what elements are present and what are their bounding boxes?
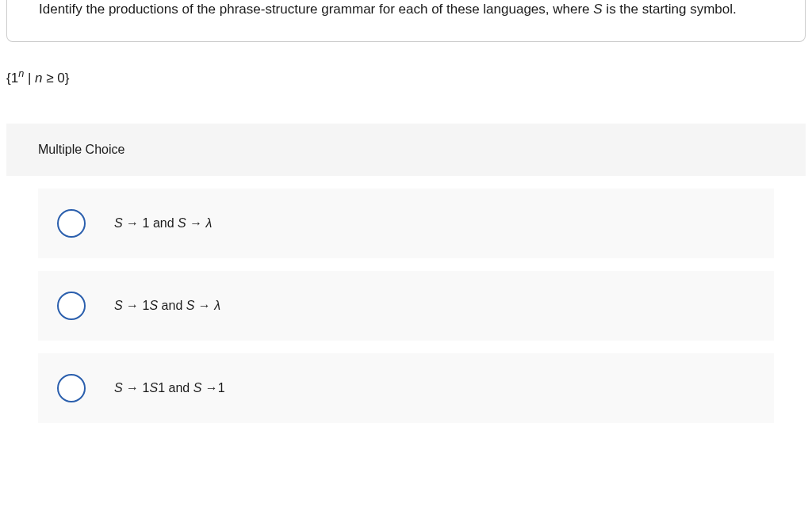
choice-text: S → 1S and S → λ xyxy=(114,299,220,313)
txt: → xyxy=(194,299,214,312)
choice-option-3[interactable]: S → 1S1 and S →1 xyxy=(38,353,774,423)
sym-s: S xyxy=(186,299,195,312)
txt: → 1 xyxy=(123,381,150,395)
radio-icon[interactable] xyxy=(57,374,86,402)
set-open: {1 xyxy=(6,70,18,85)
set-mid: | xyxy=(24,70,35,85)
sym-lambda: λ xyxy=(214,299,220,312)
answers-section: Multiple Choice S → 1 and S → λ S → 1S a… xyxy=(6,124,806,423)
question-suffix: is the starting symbol. xyxy=(603,2,737,17)
sym-s: S xyxy=(149,381,158,395)
choice-text: S → 1S1 and S →1 xyxy=(114,381,225,395)
sym-s: S xyxy=(193,381,202,395)
txt: and xyxy=(158,299,186,312)
set-cond: ≥ 0} xyxy=(43,70,70,85)
choice-text: S → 1 and S → λ xyxy=(114,216,212,231)
txt: →1 xyxy=(201,381,224,395)
question-text: Identify the productions of the phrase-s… xyxy=(39,0,773,19)
question-prefix: Identify the productions of the phrase-s… xyxy=(39,2,593,17)
radio-icon[interactable] xyxy=(57,209,86,238)
sym-s: S xyxy=(178,216,186,230)
sym-s: S xyxy=(149,299,158,312)
section-header: Multiple Choice xyxy=(6,124,806,176)
question-container: Identify the productions of the phrase-s… xyxy=(6,0,806,42)
radio-icon[interactable] xyxy=(57,292,86,320)
sym-lambda: λ xyxy=(206,216,213,230)
sym-s: S xyxy=(114,216,123,230)
txt: → xyxy=(186,216,206,230)
sym-s: S xyxy=(114,299,123,312)
sym-s: S xyxy=(114,381,123,395)
set-var: n xyxy=(35,70,42,85)
txt: 1 and xyxy=(158,381,193,395)
subquestion-set: {1n | n ≥ 0} xyxy=(6,67,812,86)
choice-option-2[interactable]: S → 1S and S → λ xyxy=(38,271,774,341)
question-symbol: S xyxy=(593,2,602,17)
txt: → 1 and xyxy=(123,216,178,230)
txt: → 1 xyxy=(123,299,150,312)
choice-option-1[interactable]: S → 1 and S → λ xyxy=(38,189,774,258)
